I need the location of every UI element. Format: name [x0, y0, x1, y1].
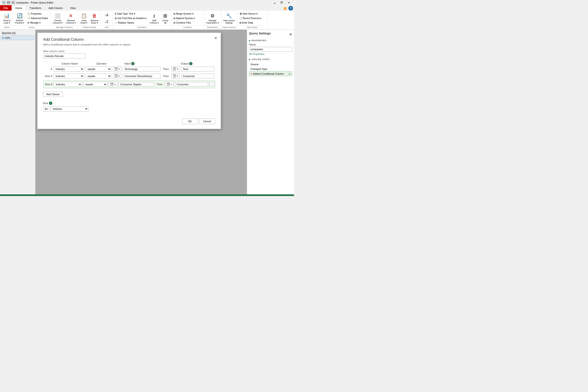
clause-2-value-input[interactable]: [123, 74, 160, 78]
quick-access-undo[interactable]: ↶: [11, 1, 15, 4]
group-by-icon: ⊞: [163, 12, 167, 19]
new-column-name-input[interactable]: [43, 54, 86, 59]
combine-files-label: Combine Files: [176, 22, 191, 24]
name-label: Name: [249, 43, 292, 46]
sort-desc-button[interactable]: ↓Z: [102, 18, 111, 25]
dialog-footer: OK Cancel: [43, 118, 215, 124]
sort-desc-icon: ↓Z: [104, 19, 108, 24]
clause-3-more-button[interactable]: ···: [210, 82, 215, 87]
choose-columns-button[interactable]: ⬜ ChooseColumns ▾: [51, 12, 64, 25]
new-query-content: ➕ New Source ▾ 🕐 Recent Sources ▾ ⊞ Ente…: [238, 12, 266, 25]
data-type-button[interactable]: Α Data Type: Text ▾: [114, 12, 148, 16]
ribbon-group-new-query: ➕ New Source ▾ 🕐 Recent Sources ▾ ⊞ Ente…: [237, 11, 268, 29]
value-info-icon[interactable]: i: [131, 62, 134, 65]
group-by-button[interactable]: ⊞ GroupBy: [161, 12, 170, 25]
close-btn[interactable]: ✕: [286, 0, 292, 5]
manage-parameters-button[interactable]: ⚙ ManageParameters ▾: [205, 12, 220, 25]
minimize-btn[interactable]: 🗕: [272, 0, 278, 5]
clause-3-then: Then: [157, 83, 162, 86]
transform-content: Α Data Type: Text ▾ ⊞ Use First Row as H…: [114, 12, 170, 25]
status-bar: 3 COLUMNS, 17 ROWS Column profiling base…: [0, 194, 294, 196]
remove-columns-button[interactable]: ✕ RemoveColumns ▾: [64, 12, 77, 25]
tab-transform[interactable]: Transform: [26, 5, 45, 10]
remove-rows-button[interactable]: 🗑 RemoveRows ▾: [89, 12, 100, 25]
cancel-button[interactable]: Cancel: [199, 118, 215, 124]
ribbon-collapse-btn[interactable]: 🔼: [282, 6, 288, 10]
advanced-editor-button[interactable]: 📝 Advanced Editor: [26, 16, 49, 20]
dialog-close-button[interactable]: ✕: [213, 35, 218, 41]
clause-2-operator[interactable]: equals: [86, 74, 112, 79]
clause-1-output-input[interactable]: [181, 67, 214, 72]
query-item[interactable]: ⊞ com...: [1, 35, 34, 40]
title-bar: 🔧 💾 ↶ companies - Power Query Editor 🗕 🗖…: [0, 0, 294, 5]
output-info-icon[interactable]: i: [189, 62, 192, 65]
tab-home[interactable]: Home: [12, 5, 26, 10]
keep-rows-button[interactable]: 📋 KeepRows ▾: [79, 12, 88, 25]
step-added-conditional-column[interactable]: ✕ Added Conditional Column ⚙: [249, 72, 292, 76]
applied-steps-header: APPLIED STEPS: [249, 58, 292, 60]
clause-3-value-input[interactable]: [118, 82, 154, 87]
else-type-button[interactable]: ⊞ ▾: [43, 106, 50, 112]
clause-3-output-type-arrow: ▾: [171, 84, 172, 86]
clause-1-value-input[interactable]: [123, 67, 160, 72]
append-queries-button[interactable]: ⊞ Append Queries ▾: [172, 16, 203, 20]
ribbon-group-transform: Α Data Type: Text ▾ ⊞ Use First Row as H…: [112, 11, 171, 29]
clause-3-operator[interactable]: equals: [84, 82, 107, 87]
clause-1-operator[interactable]: equals: [86, 66, 112, 72]
step-error-icon: ✕: [250, 72, 252, 75]
ribbon-group-reduce-rows: 📋 KeepRows ▾ 🗑 RemoveRows ▾ Reduce Rows: [78, 11, 101, 29]
manage-cols-content: ⬜ ChooseColumns ▾ ✕ RemoveColumns ▾: [51, 12, 77, 25]
quick-access-save[interactable]: 💾: [6, 1, 10, 4]
clause-2-value-type[interactable]: ABC123 ▾: [113, 73, 121, 79]
split-column-button[interactable]: ⫿ SplitColumn ▾: [148, 12, 160, 25]
else-info-icon[interactable]: i: [49, 102, 52, 105]
clause-2-output-input[interactable]: [181, 74, 214, 78]
ok-button[interactable]: OK: [182, 118, 198, 124]
properties-section-header: PROPERTIES: [249, 39, 292, 42]
clause-3-column[interactable]: Industry: [54, 82, 82, 87]
refresh-icon: 🔄: [17, 12, 22, 19]
clause-1-value-type[interactable]: ABC123 ▾: [113, 66, 121, 72]
clause-2-value-type-arrow: ▾: [119, 75, 120, 77]
tab-file[interactable]: File: [0, 5, 12, 10]
clause-1-then: Then: [163, 68, 169, 70]
clause-1-output-type-arrow: ▾: [177, 68, 178, 70]
clause-2-output-type[interactable]: ABC123 ▾: [171, 73, 180, 79]
add-clause-button[interactable]: Add Clause: [43, 92, 63, 97]
query-settings-close-btn[interactable]: ✕: [289, 32, 292, 36]
refresh-preview-button[interactable]: 🔄 RefreshPreview ▾: [14, 12, 26, 25]
clause-1-output-type[interactable]: ABC123 ▾: [171, 66, 180, 72]
clause-1-column[interactable]: Industry: [54, 66, 84, 72]
replace-values-button[interactable]: ↔ Replace Values: [114, 21, 148, 25]
query-name-input[interactable]: [249, 47, 292, 52]
append-queries-icon: ⊞: [174, 17, 175, 20]
step-gear-icon[interactable]: ⚙: [288, 72, 291, 75]
clause-2-column[interactable]: Industry: [54, 74, 84, 79]
close-load-button[interactable]: 📊 Close &Load ▾: [2, 12, 12, 25]
merge-queries-button[interactable]: ⊞ Merge Queries ▾: [172, 12, 203, 16]
combine-files-button[interactable]: ⊞ Combine Files: [172, 21, 203, 25]
clause-3-output-input[interactable]: [175, 82, 208, 87]
content-area: ✕ Add Conditional Column Add a condition…: [35, 30, 247, 194]
clause-3-value-type[interactable]: ABC123 ▾: [108, 82, 117, 87]
clause-3-output-type[interactable]: ABC123 ▾: [165, 82, 174, 87]
manage-button[interactable]: ⚙ Manage ▾: [26, 21, 49, 25]
first-row-headers-button[interactable]: ⊞ Use First Row as Headers ▾: [114, 16, 148, 20]
step-source[interactable]: Source: [249, 62, 292, 67]
maximize-btn[interactable]: 🗖: [278, 0, 285, 5]
manage-parameters-icon: ⚙: [210, 12, 214, 19]
help-btn[interactable]: ?: [288, 6, 293, 10]
new-source-button[interactable]: ➕ New Source ▾: [238, 12, 266, 16]
step-changed-type[interactable]: Changed Type: [249, 67, 292, 72]
enter-data-button[interactable]: ⊞ Enter Data: [238, 21, 266, 25]
data-source-settings-button[interactable]: 🔧 Data sourcesettings: [222, 12, 236, 25]
properties-button[interactable]: 📋 Properties: [26, 12, 49, 16]
sort-asc-button[interactable]: ↑A: [102, 12, 111, 18]
parameters-group-label: Parameters: [205, 26, 220, 28]
recent-sources-button[interactable]: 🕐 Recent Sources ▾: [238, 16, 266, 20]
tab-view[interactable]: View: [67, 5, 80, 10]
manage-parameters-label: ManageParameters ▾: [206, 19, 219, 24]
tab-add-column[interactable]: Add Column: [45, 5, 66, 10]
else-value-select[interactable]: Industry: [51, 106, 88, 112]
all-properties-link[interactable]: All Properties: [249, 52, 292, 55]
